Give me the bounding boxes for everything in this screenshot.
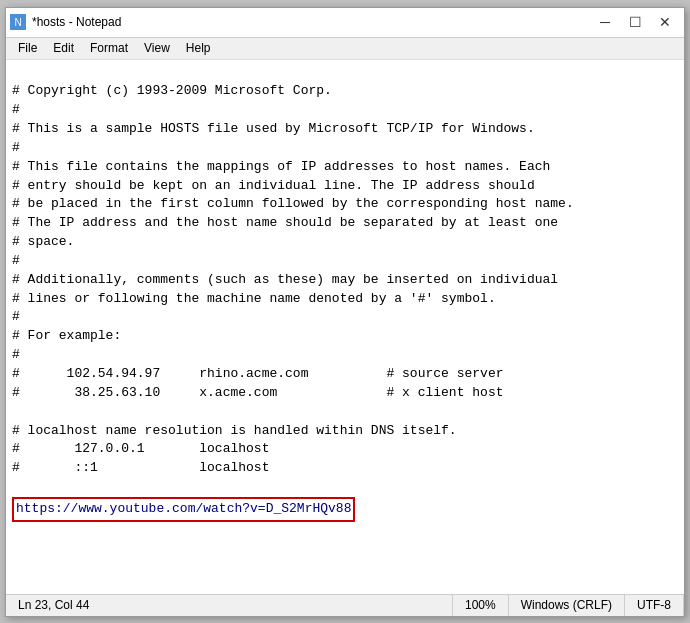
line-3: # This is a sample HOSTS file used by Mi… (12, 121, 535, 136)
line-14: # For example: (12, 328, 121, 343)
notepad-window: N *hosts - Notepad ─ ☐ ✕ File Edit Forma… (5, 7, 685, 617)
line-10: # (12, 253, 20, 268)
line-2: # (12, 102, 20, 117)
line-4: # (12, 140, 20, 155)
line-1: # Copyright (c) 1993-2009 Microsoft Corp… (12, 83, 332, 98)
app-icon: N (10, 14, 26, 30)
menu-bar: File Edit Format View Help (6, 38, 684, 60)
title-bar: N *hosts - Notepad ─ ☐ ✕ (6, 8, 684, 38)
maximize-button[interactable]: ☐ (620, 8, 650, 36)
minimize-button[interactable]: ─ (590, 8, 620, 36)
line-5: # This file contains the mappings of IP … (12, 159, 550, 174)
window-title: *hosts - Notepad (32, 15, 121, 29)
line-17: # 38.25.63.10 x.acme.com # x client host (12, 385, 503, 400)
menu-view[interactable]: View (136, 39, 178, 57)
line-9: # space. (12, 234, 74, 249)
window-controls: ─ ☐ ✕ (590, 8, 680, 36)
line-16: # 102.54.94.97 rhino.acme.com # source s… (12, 366, 503, 381)
line-13: # (12, 309, 20, 324)
editor-content: # Copyright (c) 1993-2009 Microsoft Corp… (12, 64, 678, 541)
status-line-ending: Windows (CRLF) (509, 595, 625, 616)
status-position: Ln 23, Col 44 (6, 595, 453, 616)
line-6: # entry should be kept on an individual … (12, 178, 535, 193)
line-8: # The IP address and the host name shoul… (12, 215, 558, 230)
close-button[interactable]: ✕ (650, 8, 680, 36)
menu-edit[interactable]: Edit (45, 39, 82, 57)
line-15: # (12, 347, 20, 362)
status-encoding: UTF-8 (625, 595, 684, 616)
line-11: # Additionally, comments (such as these)… (12, 272, 558, 287)
line-20: # ::1 localhost (12, 460, 269, 475)
title-bar-left: N *hosts - Notepad (10, 14, 121, 30)
line-19: # 127.0.0.1 localhost (12, 441, 269, 456)
menu-help[interactable]: Help (178, 39, 219, 57)
url-line[interactable]: https://www.youtube.com/watch?v=D_S2MrHQ… (12, 497, 355, 522)
menu-format[interactable]: Format (82, 39, 136, 57)
status-bar: Ln 23, Col 44 100% Windows (CRLF) UTF-8 (6, 594, 684, 616)
menu-file[interactable]: File (10, 39, 45, 57)
line-18: # localhost name resolution is handled w… (12, 423, 457, 438)
line-12: # lines or following the machine name de… (12, 291, 496, 306)
status-zoom: 100% (453, 595, 509, 616)
editor-area[interactable]: # Copyright (c) 1993-2009 Microsoft Corp… (6, 60, 684, 594)
line-7: # be placed in the first column followed… (12, 196, 574, 211)
